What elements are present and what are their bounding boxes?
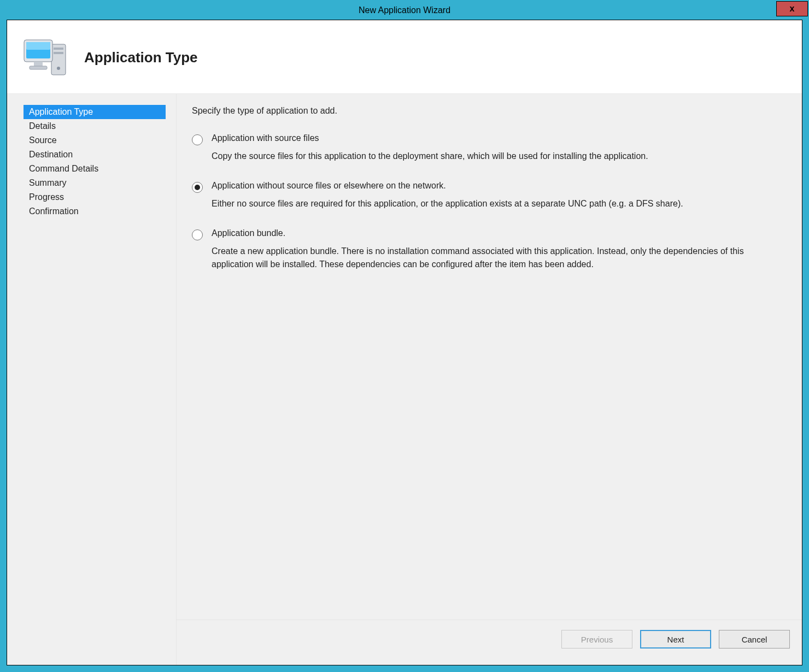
svg-rect-1 [54,48,63,50]
step-summary[interactable]: Summary [24,176,166,190]
svg-rect-6 [26,42,50,50]
option-bundle-label: Application bundle. [212,228,285,238]
client-area: Application Type Application Type Detail… [7,20,802,665]
option-with-source[interactable]: Application with source files [192,133,780,145]
next-button[interactable]: Next [640,630,711,649]
previous-button: Previous [561,630,632,649]
step-source[interactable]: Source [24,133,166,148]
cancel-button[interactable]: Cancel [719,630,790,649]
svg-rect-2 [54,52,63,54]
step-progress[interactable]: Progress [24,190,166,204]
option-without-source[interactable]: Application without source files or else… [192,181,780,193]
close-icon: x [790,4,795,14]
titlebar: New Application Wizard x [1,1,808,20]
page-title: Application Type [84,49,198,66]
svg-point-3 [57,67,60,70]
step-destination[interactable]: Destination [24,148,166,162]
step-details[interactable]: Details [24,119,166,133]
wizard-window: New Application Wizard x [0,0,809,672]
close-button[interactable]: x [776,1,808,16]
wizard-steps-sidebar: Application Type Details Source Destinat… [7,94,177,665]
wizard-body: Application Type Details Source Destinat… [7,93,802,665]
radio-without-source[interactable] [192,182,203,193]
option-without-source-label: Application without source files or else… [212,181,446,191]
option-with-source-desc: Copy the source files for this applicati… [212,150,780,162]
instruction-text: Specify the type of application to add. [192,106,780,116]
svg-rect-8 [30,66,47,69]
radio-bundle[interactable] [192,229,203,240]
svg-rect-7 [34,62,43,66]
option-bundle[interactable]: Application bundle. [192,228,780,240]
wizard-header: Application Type [7,20,802,93]
computer-monitor-icon [14,30,77,85]
wizard-footer: Previous Next Cancel [177,620,802,665]
option-bundle-desc: Create a new application bundle. There i… [212,245,780,270]
wizard-content: Specify the type of application to add. … [177,94,802,620]
step-command-details[interactable]: Command Details [24,162,166,176]
option-with-source-label: Application with source files [212,133,319,143]
window-title: New Application Wizard [359,5,450,15]
wizard-main: Specify the type of application to add. … [177,94,802,665]
radio-with-source[interactable] [192,134,203,145]
option-without-source-desc: Either no source files are required for … [212,197,780,210]
step-application-type[interactable]: Application Type [24,105,166,119]
step-confirmation[interactable]: Confirmation [24,204,166,219]
